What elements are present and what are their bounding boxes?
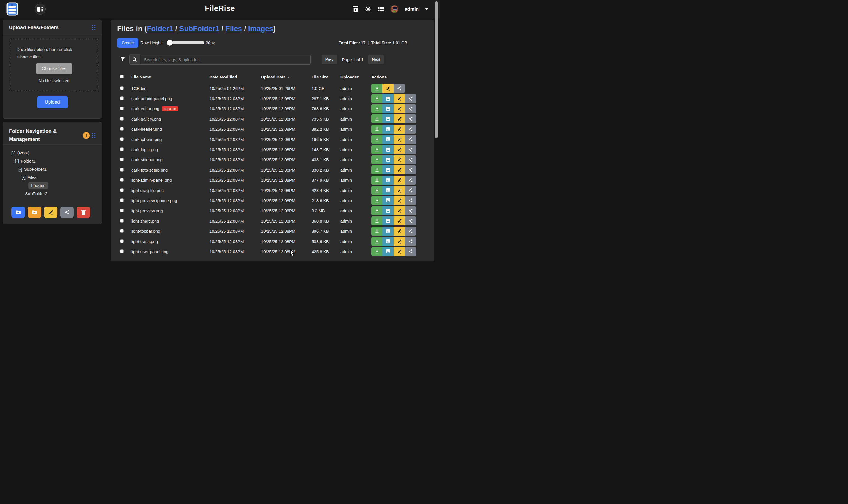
- preview-button[interactable]: [383, 145, 394, 154]
- user-menu-caret[interactable]: [425, 8, 428, 11]
- row-checkbox[interactable]: [120, 127, 124, 131]
- download-button[interactable]: [371, 125, 383, 134]
- preview-button[interactable]: [383, 165, 394, 174]
- download-button[interactable]: [371, 114, 383, 123]
- preview-button[interactable]: [383, 216, 394, 226]
- preview-button[interactable]: [383, 196, 394, 205]
- apps-grid-button[interactable]: [378, 7, 384, 12]
- download-button[interactable]: [371, 186, 383, 195]
- file-name[interactable]: light-admin-panel.png: [131, 178, 172, 182]
- folder-tree-item[interactable]: [-]SubFolder1: [12, 165, 98, 173]
- row-checkbox[interactable]: [120, 168, 124, 172]
- file-name[interactable]: dark-login.png: [131, 147, 158, 152]
- edit-button[interactable]: [394, 206, 405, 215]
- download-button[interactable]: [371, 104, 383, 113]
- trash-restore-button[interactable]: [353, 6, 358, 12]
- edit-button[interactable]: [394, 155, 405, 164]
- download-button[interactable]: [371, 165, 383, 174]
- file-name[interactable]: dark-sidebar.png: [131, 157, 163, 162]
- next-page-button[interactable]: Next: [368, 55, 384, 64]
- row-checkbox[interactable]: [120, 198, 124, 202]
- upload-button[interactable]: Upload: [37, 96, 68, 108]
- column-header-uploader[interactable]: Uploader: [340, 75, 371, 79]
- drag-handle-icon[interactable]: [92, 133, 96, 139]
- file-name[interactable]: 1GB.bin: [131, 86, 146, 91]
- row-checkbox[interactable]: [120, 86, 124, 90]
- tree-collapse-toggle[interactable]: [-]: [15, 159, 19, 164]
- delete-folder-button[interactable]: [76, 206, 90, 218]
- row-checkbox[interactable]: [120, 158, 124, 161]
- row-height-slider[interactable]: [167, 41, 205, 44]
- file-name[interactable]: dark-totp-setup.png: [131, 168, 168, 173]
- preview-button[interactable]: [383, 104, 394, 113]
- download-button[interactable]: [371, 176, 383, 185]
- share-button[interactable]: [405, 165, 416, 174]
- share-button[interactable]: [405, 247, 416, 256]
- row-checkbox[interactable]: [120, 219, 124, 222]
- row-checkbox[interactable]: [120, 107, 124, 110]
- download-button[interactable]: [371, 247, 383, 256]
- preview-button[interactable]: [383, 155, 394, 164]
- preview-button[interactable]: [383, 206, 394, 215]
- file-name[interactable]: dark-iphone.png: [131, 137, 161, 142]
- share-button[interactable]: [405, 135, 416, 144]
- share-button[interactable]: [405, 155, 416, 164]
- share-button[interactable]: [405, 237, 416, 246]
- file-name[interactable]: dark-header.png: [131, 127, 162, 131]
- download-button[interactable]: [371, 216, 383, 226]
- edit-button[interactable]: [394, 227, 405, 236]
- preview-button[interactable]: [383, 125, 394, 134]
- preview-button[interactable]: [383, 114, 394, 123]
- preview-button[interactable]: [383, 176, 394, 185]
- tree-collapse-toggle[interactable]: [-]: [18, 167, 22, 172]
- download-button[interactable]: [371, 155, 383, 164]
- folder-tree-item[interactable]: Images: [12, 181, 98, 190]
- file-name[interactable]: light-preview-iphone.png: [131, 198, 177, 203]
- file-name[interactable]: light-preview.png: [131, 208, 163, 213]
- share-button[interactable]: [405, 227, 416, 236]
- edit-button[interactable]: [394, 135, 405, 144]
- file-name[interactable]: light-drag-file.png: [131, 188, 164, 193]
- select-all-checkbox[interactable]: [120, 75, 124, 78]
- file-name[interactable]: light-share.png: [131, 219, 159, 223]
- preview-button[interactable]: [383, 94, 394, 103]
- edit-button[interactable]: [394, 94, 405, 103]
- preview-button[interactable]: [383, 237, 394, 246]
- share-button[interactable]: [405, 206, 416, 215]
- file-name[interactable]: dark-admin-panel.png: [131, 96, 172, 101]
- download-button[interactable]: [371, 135, 383, 144]
- tag-badge[interactable]: tag a file: [162, 106, 178, 111]
- share-button[interactable]: [405, 94, 416, 103]
- preview-button[interactable]: [383, 227, 394, 236]
- choose-files-button[interactable]: Choose files: [36, 63, 72, 74]
- row-checkbox[interactable]: [120, 96, 124, 100]
- share-button[interactable]: [405, 186, 416, 195]
- column-header-upload-date[interactable]: Upload Date▲: [261, 75, 312, 79]
- tree-collapse-toggle[interactable]: [-]: [22, 175, 25, 180]
- move-folder-button[interactable]: [28, 206, 41, 218]
- folder-tree-item[interactable]: SubFolder2: [12, 190, 98, 198]
- row-checkbox[interactable]: [120, 188, 124, 192]
- tree-collapse-toggle[interactable]: [-]: [12, 150, 15, 156]
- file-name[interactable]: light-trash.png: [131, 239, 158, 244]
- share-folder-button[interactable]: [60, 206, 74, 218]
- create-folder-button[interactable]: [12, 206, 25, 218]
- folder-tree-item[interactable]: [-](Root): [12, 149, 98, 157]
- edit-button[interactable]: [394, 216, 405, 226]
- row-checkbox[interactable]: [120, 239, 124, 243]
- share-button[interactable]: [405, 114, 416, 123]
- column-header-date-modified[interactable]: Date Modified: [210, 75, 261, 79]
- file-name[interactable]: light-topbar.png: [131, 229, 160, 234]
- row-checkbox[interactable]: [120, 178, 124, 182]
- row-checkbox[interactable]: [120, 250, 124, 253]
- file-name[interactable]: dark-gallery.png: [131, 116, 161, 121]
- preview-button[interactable]: [383, 247, 394, 256]
- preview-button[interactable]: [383, 135, 394, 144]
- download-button[interactable]: [371, 237, 383, 246]
- edit-button[interactable]: [394, 196, 405, 205]
- share-button[interactable]: [394, 84, 405, 93]
- share-button[interactable]: [405, 145, 416, 154]
- edit-button[interactable]: [394, 104, 405, 113]
- row-checkbox[interactable]: [120, 117, 124, 121]
- share-button[interactable]: [405, 176, 416, 185]
